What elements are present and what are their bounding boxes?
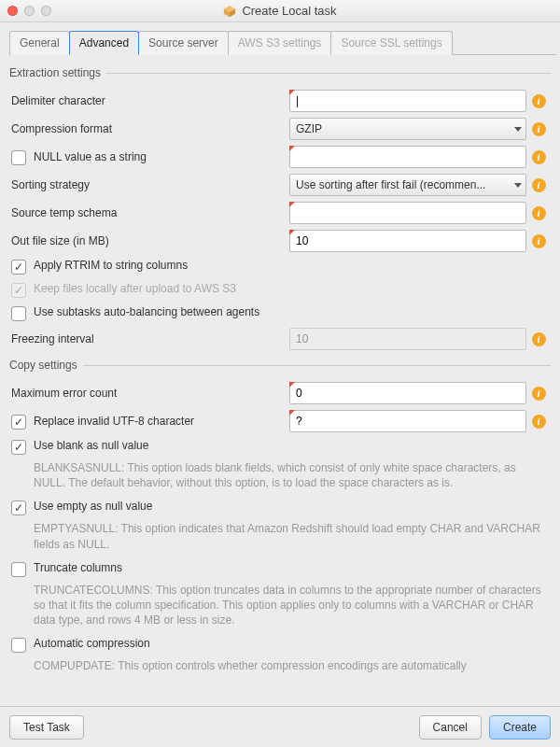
package-icon [223, 5, 236, 18]
select-value: Use sorting after first fail (recommen..… [296, 178, 485, 191]
button-label: Create [503, 721, 537, 734]
titlebar: Create Local task [0, 0, 560, 22]
truncate-label: Truncate columns [34, 561, 122, 574]
tab-label: General [20, 36, 60, 49]
minimize-icon[interactable] [24, 6, 35, 16]
chevron-down-icon [514, 127, 522, 132]
temp-schema-label: Source temp schema [9, 206, 289, 219]
tab-bar: General Advanced Source server AWS S3 se… [9, 30, 556, 55]
copy-settings-group: Copy settings Maximum error count i Repl… [9, 359, 551, 680]
subtasks-label: Use subtasks auto-balancing between agen… [34, 305, 259, 318]
row-replace-utf8: Replace invalid UTF-8 character i [9, 407, 551, 435]
row-max-error: Maximum error count i [9, 379, 551, 407]
sorting-select[interactable]: Use sorting after first fail (recommen..… [289, 174, 526, 196]
button-label: Test Task [23, 721, 70, 734]
info-icon[interactable]: i [532, 122, 546, 136]
create-button[interactable]: Create [489, 715, 551, 740]
row-sorting: Sorting strategy Use sorting after first… [9, 171, 551, 199]
delimiter-label: Delimiter character [9, 94, 289, 107]
tab-label: Source SSL settings [341, 36, 441, 49]
tab-label: Advanced [79, 36, 129, 49]
row-null-string: NULL value as a string i [9, 143, 551, 171]
autocomp-checkbox[interactable] [11, 638, 26, 653]
replace-utf8-label: Replace invalid UTF-8 character [34, 415, 194, 428]
cancel-button[interactable]: Cancel [419, 715, 482, 740]
info-icon[interactable]: i [532, 178, 546, 192]
row-rtrim: Apply RTRIM to string columns [9, 255, 551, 278]
row-freezing: Freezing interval i [9, 325, 551, 353]
truncate-checkbox[interactable] [11, 562, 26, 577]
max-error-input[interactable] [289, 382, 526, 404]
info-icon[interactable]: i [532, 150, 546, 164]
compression-label: Compression format [9, 122, 289, 135]
max-error-label: Maximum error count [9, 387, 289, 400]
info-icon[interactable]: i [532, 332, 546, 346]
blank-null-checkbox[interactable] [11, 440, 26, 455]
info-icon[interactable]: i [532, 415, 546, 429]
extraction-legend: Extraction settings [9, 66, 106, 79]
row-autocomp: Automatic compression [9, 633, 551, 656]
row-compression: Compression format GZIP i [9, 115, 551, 143]
subtasks-checkbox[interactable] [11, 306, 26, 321]
tab-advanced[interactable]: Advanced [69, 31, 139, 55]
empty-null-label: Use empty as null value [34, 500, 152, 513]
tab-label: AWS S3 settings [238, 36, 322, 49]
out-file-size-label: Out file size (in MB) [9, 234, 289, 247]
tab-general[interactable]: General [9, 31, 70, 55]
chevron-down-icon [514, 183, 522, 188]
window-controls [7, 6, 51, 16]
blank-null-desc: BLANKSASNULL: This option loads blank fi… [34, 460, 551, 490]
row-truncate: Truncate columns [9, 557, 551, 581]
truncate-desc: TRUNCATECOLUMNS: This option truncates d… [34, 583, 551, 628]
sorting-label: Sorting strategy [9, 178, 289, 191]
row-subtasks: Use subtasks auto-balancing between agen… [9, 302, 551, 325]
freezing-input [289, 328, 526, 350]
maximize-icon[interactable] [41, 6, 51, 16]
null-string-checkbox[interactable] [11, 150, 26, 165]
tab-source-server[interactable]: Source server [138, 31, 229, 55]
null-string-label: NULL value as a string [34, 150, 147, 163]
info-icon[interactable]: i [532, 94, 546, 108]
close-icon[interactable] [7, 6, 18, 16]
select-value: GZIP [296, 122, 322, 135]
out-file-size-input[interactable] [289, 230, 526, 252]
tab-label: Source server [148, 36, 218, 49]
replace-utf8-checkbox[interactable] [11, 415, 26, 430]
keep-local-checkbox [11, 283, 26, 298]
autocomp-label: Automatic compression [34, 637, 150, 650]
window-title: Create Local task [0, 4, 560, 18]
extraction-settings-group: Extraction settings Delimiter character … [9, 66, 551, 353]
freezing-label: Freezing interval [9, 332, 289, 345]
copy-legend: Copy settings [9, 359, 83, 372]
svg-marker-2 [230, 8, 235, 17]
info-icon[interactable]: i [532, 234, 546, 248]
row-temp-schema: Source temp schema i [9, 199, 551, 227]
empty-null-checkbox[interactable] [11, 500, 26, 515]
row-blank-null: Use blank as null value [9, 435, 551, 458]
row-empty-null: Use empty as null value [9, 496, 551, 519]
test-task-button[interactable]: Test Task [9, 715, 84, 740]
autocomp-desc: COMPUPDATE: This option controls whether… [34, 658, 551, 673]
row-out-file-size: Out file size (in MB) i [9, 227, 551, 255]
rtrim-checkbox[interactable] [11, 260, 26, 275]
svg-marker-0 [224, 5, 235, 11]
tab-aws-s3: AWS S3 settings [228, 31, 332, 55]
svg-marker-1 [224, 8, 230, 17]
footer: Test Task Cancel Create [0, 706, 560, 747]
rtrim-label: Apply RTRIM to string columns [34, 259, 188, 272]
replace-utf8-input[interactable] [289, 410, 526, 432]
window-title-text: Create Local task [242, 4, 336, 18]
button-label: Cancel [433, 721, 468, 734]
compression-select[interactable]: GZIP [289, 118, 526, 140]
temp-schema-input[interactable] [289, 202, 526, 224]
info-icon[interactable]: i [532, 387, 546, 401]
tab-source-ssl: Source SSL settings [330, 31, 452, 55]
delimiter-input[interactable] [289, 90, 526, 112]
row-keep-local: Keep files locally after upload to AWS S… [9, 278, 551, 302]
panel-advanced: Extraction settings Delimiter character … [9, 55, 556, 706]
info-icon[interactable]: i [532, 206, 546, 220]
null-string-input[interactable] [289, 146, 526, 168]
row-delimiter: Delimiter character i [9, 87, 551, 115]
keep-local-label: Keep files locally after upload to AWS S… [34, 282, 236, 295]
empty-null-desc: EMPTYASNULL: This option indicates that … [34, 521, 551, 551]
